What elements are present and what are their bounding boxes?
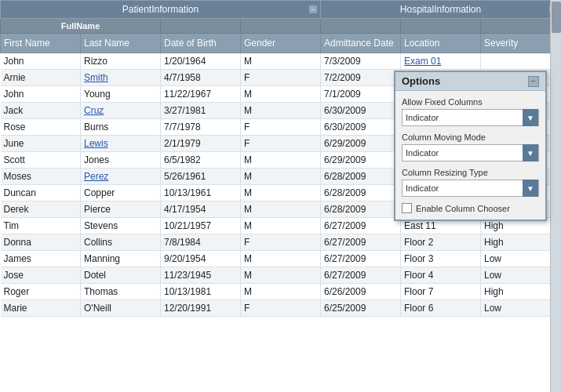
- option-label-column-resizing-type: Column Resizing Type: [402, 168, 539, 177]
- table-cell: 10/21/1957: [161, 218, 241, 234]
- table-cell: Low: [481, 300, 561, 317]
- table-cell[interactable]: Lewis: [81, 136, 161, 152]
- col-header-firstname[interactable]: First Name: [1, 34, 81, 53]
- table-cell: F: [241, 300, 321, 317]
- table-cell: Low: [481, 267, 561, 284]
- patient-group-label: PatientInformation: [122, 4, 199, 15]
- options-body: Allow Fixed ColumnsIndicator▼Column Movi…: [395, 91, 545, 220]
- table-cell: Tim: [1, 218, 81, 234]
- hospital-group-header: HospitalInformation −: [321, 1, 561, 19]
- options-minimize-button[interactable]: −: [528, 76, 539, 87]
- table-cell[interactable]: Smith: [81, 70, 161, 86]
- option-select-allow-fixed-columns[interactable]: Indicator▼: [402, 109, 539, 126]
- table-cell: M: [241, 86, 321, 103]
- table-cell: 10/13/1981: [161, 284, 241, 300]
- table-cell: Scott: [1, 152, 81, 169]
- table-cell[interactable]: Cruz: [81, 103, 161, 119]
- table-cell: Floor 4: [401, 267, 481, 284]
- col-header-severity[interactable]: Severity: [481, 34, 561, 53]
- table-cell: 3/27/1981: [161, 103, 241, 119]
- table-cell: John: [1, 86, 81, 103]
- table-cell: 6/28/2009: [321, 201, 401, 218]
- table-cell: Jones: [81, 152, 161, 169]
- subgroup-header-row: FullName: [1, 19, 561, 34]
- options-header: Options −: [395, 72, 545, 91]
- table-cell: M: [241, 152, 321, 169]
- table-cell: 7/3/2009: [321, 53, 401, 70]
- main-container: PatientInformation − HospitalInformation…: [0, 0, 561, 392]
- table-row: RogerThomas10/13/1981M6/26/2009Floor 7Hi…: [1, 284, 561, 300]
- col-header-admittance[interactable]: Admittance Date: [321, 34, 401, 53]
- table-cell: Duncan: [1, 185, 81, 201]
- option-group-column-moving-mode: Column Moving ModeIndicator▼: [402, 132, 539, 162]
- table-cell: Dotel: [81, 267, 161, 284]
- table-cell: 6/30/2009: [321, 119, 401, 136]
- table-cell: Low: [481, 251, 561, 267]
- table-cell: Moses: [1, 169, 81, 185]
- option-select-column-resizing-type[interactable]: Indicator▼: [402, 180, 539, 197]
- vertical-scrollbar[interactable]: [550, 0, 561, 392]
- table-cell[interactable]: Exam 01: [401, 53, 481, 70]
- table-cell: M: [241, 169, 321, 185]
- scrollbar-thumb[interactable]: [552, 2, 561, 33]
- table-cell: 9/20/1954: [161, 251, 241, 267]
- table-cell: Floor 6: [401, 300, 481, 317]
- table-cell: Jose: [1, 267, 81, 284]
- table-row: JamesManning9/20/1954M6/27/2009Floor 3Lo…: [1, 251, 561, 267]
- option-select-arrow-allow-fixed-columns[interactable]: ▼: [523, 109, 538, 126]
- option-label-allow-fixed-columns: Allow Fixed Columns: [402, 97, 539, 107]
- table-cell: 7/7/1978: [161, 119, 241, 136]
- fullname-subgroup: FullName: [1, 19, 161, 34]
- table-cell: 7/2/2009: [321, 70, 401, 86]
- table-cell: Stevens: [81, 218, 161, 234]
- table-cell: Copper: [81, 185, 161, 201]
- col-header-lastname[interactable]: Last Name: [81, 34, 161, 53]
- option-select-value-allow-fixed-columns: Indicator: [403, 111, 523, 124]
- option-select-arrow-column-moving-mode[interactable]: ▼: [523, 144, 538, 162]
- table-cell: M: [241, 103, 321, 119]
- table-cell: M: [241, 267, 321, 284]
- option-select-column-moving-mode[interactable]: Indicator▼: [402, 144, 539, 162]
- table-cell: 6/5/1982: [161, 152, 241, 169]
- table-cell: 2/1/1979: [161, 136, 241, 152]
- table-cell: [481, 53, 561, 70]
- table-cell: F: [241, 234, 321, 251]
- table-cell: Collins: [81, 234, 161, 251]
- col-header-dob[interactable]: Date of Birth: [161, 34, 241, 53]
- option-select-arrow-column-resizing-type[interactable]: ▼: [523, 180, 538, 197]
- table-cell: M: [241, 251, 321, 267]
- table-cell: M: [241, 185, 321, 201]
- table-cell: Rose: [1, 119, 81, 136]
- enable-column-chooser-checkbox[interactable]: [402, 203, 412, 213]
- col-header-row: First Name Last Name Date of Birth Gende…: [1, 34, 561, 53]
- patient-group-minimize[interactable]: −: [308, 5, 318, 14]
- table-cell: 11/23/1945: [161, 267, 241, 284]
- table-cell: M: [241, 53, 321, 70]
- table-cell: 5/26/1961: [161, 169, 241, 185]
- table-cell: Floor 3: [401, 251, 481, 267]
- admittance-placeholder: [321, 19, 401, 34]
- col-header-location[interactable]: Location: [401, 34, 481, 53]
- table-cell: Manning: [81, 251, 161, 267]
- table-cell: 1/20/1964: [161, 53, 241, 70]
- table-cell: Derek: [1, 201, 81, 218]
- table-cell: 6/28/2009: [321, 169, 401, 185]
- fullname-subgroup-label: FullName: [61, 21, 100, 31]
- gender-placeholder: [241, 19, 321, 34]
- table-row: DonnaCollins7/8/1984F6/27/2009Floor 2Hig…: [1, 234, 561, 251]
- table-cell: 10/13/1961: [161, 185, 241, 201]
- table-cell: 6/29/2009: [321, 152, 401, 169]
- table-cell: Pierce: [81, 201, 161, 218]
- table-cell: M: [241, 201, 321, 218]
- option-label-column-moving-mode: Column Moving Mode: [402, 132, 539, 142]
- patient-group-header: PatientInformation −: [1, 1, 321, 19]
- table-cell: James: [1, 251, 81, 267]
- table-cell: Rizzo: [81, 53, 161, 70]
- option-select-value-column-resizing-type: Indicator: [403, 182, 523, 194]
- col-header-gender[interactable]: Gender: [241, 34, 321, 53]
- table-cell[interactable]: Perez: [81, 169, 161, 185]
- location-placeholder: [401, 19, 481, 34]
- options-panel: Options − Allow Fixed ColumnsIndicator▼C…: [394, 71, 547, 221]
- table-cell: Donna: [1, 234, 81, 251]
- option-group-column-resizing-type: Column Resizing TypeIndicator▼: [402, 168, 539, 197]
